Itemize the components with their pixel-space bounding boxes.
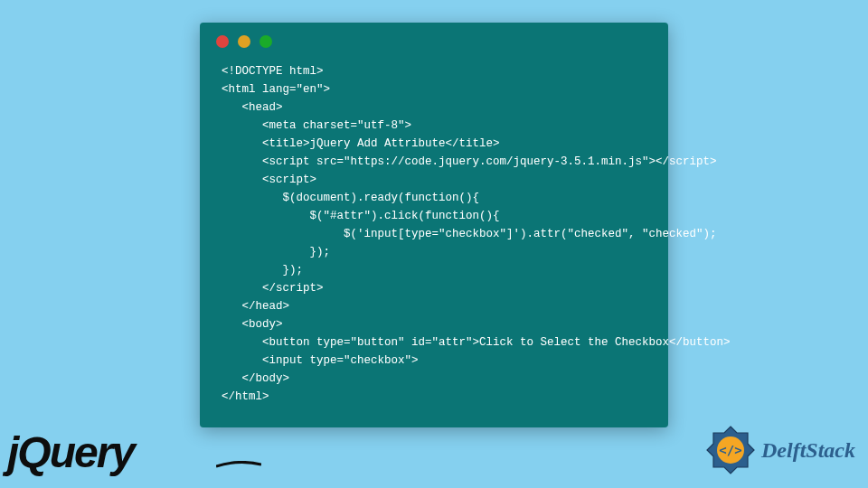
code-line: <button type="button" id="attr">Click to… — [222, 336, 731, 349]
svg-text:</>: </> — [719, 443, 741, 457]
delftstack-text: DelftStack — [761, 438, 855, 463]
code-line: </html> — [222, 390, 269, 403]
code-line: $("#attr").click(function(){ — [222, 210, 500, 222]
code-line: }); — [222, 246, 330, 258]
code-line: <input type="checkbox"> — [222, 354, 419, 367]
minimize-icon — [238, 35, 250, 48]
code-block: <!DOCTYPE html> <html lang="en"> <head> … — [200, 57, 668, 427]
code-line: </head> — [222, 300, 289, 313]
code-line: </script> — [222, 282, 324, 295]
code-line: <body> — [222, 318, 283, 331]
code-line: }); — [222, 264, 303, 277]
code-line: <html lang="en"> — [222, 83, 330, 96]
code-line: <meta charset="utf-8"> — [222, 119, 411, 132]
delftstack-icon: </> — [705, 425, 756, 475]
code-line: <!DOCTYPE html> — [222, 65, 324, 78]
jquery-logo-text: jQuery — [7, 428, 134, 476]
code-line: <head> — [222, 101, 283, 114]
code-line: <title>jQuery Add Attribute</title> — [222, 137, 500, 150]
jquery-swoosh-icon — [216, 461, 261, 468]
code-line: <script src="https://code.jquery.com/jqu… — [222, 155, 717, 168]
close-icon — [216, 35, 229, 48]
code-line: $(document).ready(function(){ — [222, 192, 479, 204]
code-line: $('input[type="checkbox"]').attr("checke… — [222, 228, 717, 240]
window-controls — [200, 23, 668, 57]
code-line: </body> — [222, 372, 289, 385]
code-line: <script> — [222, 174, 316, 186]
code-window: <!DOCTYPE html> <html lang="en"> <head> … — [200, 23, 668, 427]
jquery-logo: jQuery — [7, 427, 134, 477]
delftstack-logo: </> DelftStack — [705, 425, 855, 475]
maximize-icon — [259, 35, 272, 48]
